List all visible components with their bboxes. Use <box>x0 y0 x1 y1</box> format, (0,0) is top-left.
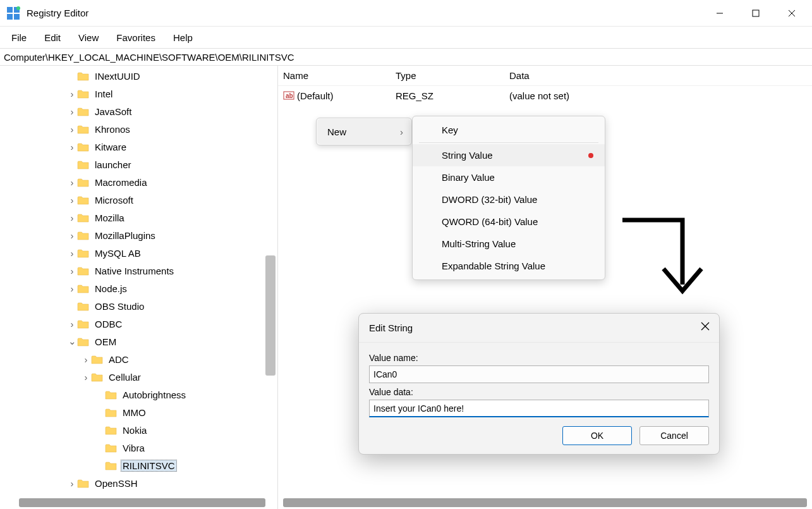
menubar: File Edit View Favorites Help <box>0 27 812 48</box>
tree-item-label: MMO <box>121 407 148 419</box>
tree-item[interactable]: ›Microsoft <box>0 191 277 209</box>
tree-item-label: Khronos <box>93 123 132 135</box>
value-row[interactable]: ab (Default) REG_SZ (value not set) <box>278 86 812 105</box>
ctx-key[interactable]: Key <box>413 119 605 141</box>
value-name: (Default) <box>297 90 334 101</box>
tree-item[interactable]: OBS Studio <box>0 297 277 315</box>
tree-item[interactable]: ›JavaSoft <box>0 102 277 120</box>
tree-item[interactable]: ›MySQL AB <box>0 244 277 262</box>
chevron-right-icon[interactable]: › <box>81 354 91 365</box>
context-menu: New › <box>316 118 412 145</box>
chevron-right-icon[interactable]: › <box>67 266 77 276</box>
tree-item-label: OBS Studio <box>93 300 146 312</box>
tree-item[interactable]: Autobrightness <box>0 386 277 403</box>
dialog-title: Edit String <box>369 322 413 333</box>
tree-item-label: Native Instruments <box>93 265 176 277</box>
svg-rect-6 <box>753 10 759 16</box>
edit-string-dialog: Edit String Value name: Value data: OK C… <box>358 313 720 455</box>
ctx-expandstring-value[interactable]: Expandable String Value <box>413 255 605 277</box>
tree-item[interactable]: launcher <box>0 156 277 173</box>
ctx-qword-value[interactable]: QWORD (64-bit) Value <box>413 211 605 233</box>
svg-rect-3 <box>14 14 20 20</box>
tree-item[interactable]: ›Kitware <box>0 138 277 156</box>
tree-item[interactable]: ›MozillaPlugins <box>0 226 277 244</box>
menu-view[interactable]: View <box>71 30 106 46</box>
chevron-right-icon[interactable]: › <box>67 319 77 329</box>
tree-item-label: INextUUID <box>93 70 142 82</box>
tree-item[interactable]: ›ODBC <box>0 315 277 333</box>
ctx-string-value[interactable]: String Value <box>413 144 605 166</box>
menu-favorites[interactable]: Favorites <box>109 30 163 46</box>
tree-item[interactable]: Nokia <box>0 421 277 439</box>
tree-item[interactable]: ›Native Instruments <box>0 262 277 279</box>
tree-item[interactable]: INextUUID <box>0 67 277 85</box>
chevron-right-icon[interactable]: › <box>67 177 77 188</box>
cancel-button[interactable]: Cancel <box>639 426 709 445</box>
col-type[interactable]: Type <box>396 70 509 81</box>
tree-pane: INextUUID›Intel›JavaSoft›Khronos›Kitware… <box>0 66 278 509</box>
tree-item-label: Macromedia <box>93 176 149 188</box>
chevron-down-icon[interactable]: ⌄ <box>67 336 77 347</box>
value-name-label: Value name: <box>369 353 709 363</box>
minimize-button[interactable] <box>701 0 737 27</box>
tree-item[interactable]: ›Cellular <box>0 368 277 386</box>
tree-vscrollbar[interactable] <box>265 255 276 376</box>
tree-item[interactable]: ›OpenSSH <box>0 474 277 492</box>
window-title: Registry Editor <box>27 8 88 18</box>
col-name[interactable]: Name <box>283 70 396 81</box>
chevron-right-icon[interactable]: › <box>67 106 77 117</box>
tree-item-label: MozillaPlugins <box>93 230 157 242</box>
maximize-button[interactable] <box>737 0 773 27</box>
ctx-dword-value[interactable]: DWORD (32-bit) Value <box>413 188 605 211</box>
tree-item[interactable]: Vibra <box>0 439 277 457</box>
tree-item[interactable]: ›Macromedia <box>0 173 277 191</box>
ctx-new[interactable]: New › <box>317 119 411 144</box>
tree-item-label: ADC <box>107 353 131 365</box>
chevron-right-icon[interactable]: › <box>67 124 77 135</box>
tree-item-label: OEM <box>93 336 118 348</box>
tree-item-label: Node.js <box>93 283 129 295</box>
tree-item[interactable]: ›Khronos <box>0 120 277 138</box>
tree-item-label: RILINITSVC <box>121 460 177 472</box>
chevron-right-icon[interactable]: › <box>67 478 77 489</box>
tree-hscrollbar[interactable] <box>19 498 265 507</box>
tree-item[interactable]: MMO <box>0 403 277 421</box>
chevron-right-icon[interactable]: › <box>67 195 77 205</box>
menu-separator <box>419 142 598 143</box>
string-value-icon: ab <box>283 90 294 101</box>
tree-item[interactable]: RILINITSVC <box>0 457 277 474</box>
chevron-right-icon[interactable]: › <box>67 89 77 99</box>
menu-file[interactable]: File <box>4 30 34 46</box>
address-bar[interactable]: Computer\HKEY_LOCAL_MACHINE\SOFTWARE\OEM… <box>0 48 812 66</box>
dialog-close-button[interactable] <box>700 321 710 331</box>
tree-item[interactable]: ›Mozilla <box>0 209 277 226</box>
tree-item-label: Kitware <box>93 141 128 153</box>
context-submenu-new: Key String Value Binary Value DWORD (32-… <box>412 116 605 280</box>
close-button[interactable] <box>773 0 809 27</box>
ctx-multistring-value[interactable]: Multi-String Value <box>413 233 605 255</box>
tree-item-label: Microsoft <box>93 194 135 206</box>
chevron-right-icon[interactable]: › <box>67 212 77 223</box>
tree-item[interactable]: ⌄OEM <box>0 333 277 350</box>
menu-edit[interactable]: Edit <box>37 30 68 46</box>
highlight-dot-icon <box>588 153 593 158</box>
tree-item-label: launcher <box>93 159 133 171</box>
chevron-right-icon[interactable]: › <box>67 248 77 259</box>
chevron-right-icon[interactable]: › <box>67 283 77 294</box>
ctx-binary-value[interactable]: Binary Value <box>413 166 605 188</box>
ok-button[interactable]: OK <box>562 426 632 445</box>
value-data-field[interactable] <box>369 400 709 417</box>
menu-help[interactable]: Help <box>166 30 200 46</box>
chevron-right-icon[interactable]: › <box>67 142 77 152</box>
chevron-right-icon[interactable]: › <box>67 230 77 241</box>
value-hscrollbar[interactable] <box>283 498 807 507</box>
value-name-field[interactable] <box>369 365 709 383</box>
tree-item[interactable]: ›Node.js <box>0 279 277 297</box>
annotation-arrow-icon <box>619 215 714 304</box>
tree-item-label: MySQL AB <box>93 247 143 259</box>
tree-item[interactable]: ›Intel <box>0 85 277 102</box>
chevron-right-icon[interactable]: › <box>81 372 91 383</box>
col-data[interactable]: Data <box>509 70 812 81</box>
tree-item[interactable]: ›ADC <box>0 350 277 368</box>
tree-item-label: JavaSoft <box>93 106 133 118</box>
